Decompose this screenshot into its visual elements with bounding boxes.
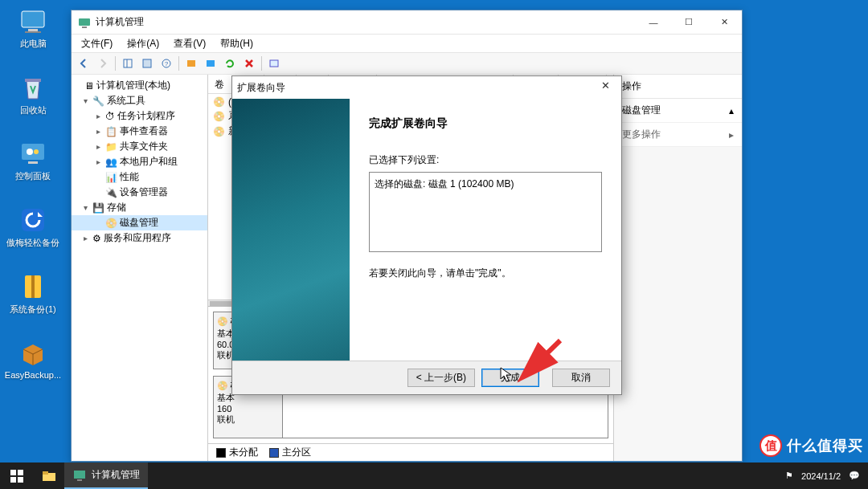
svg-rect-26: [18, 477, 23, 483]
svg-rect-16: [143, 59, 151, 67]
forward-button[interactable]: [94, 55, 112, 72]
box-icon: [17, 336, 49, 369]
menu-help[interactable]: 帮助(H): [214, 35, 260, 52]
svg-rect-20: [207, 60, 215, 67]
toolbar-icon[interactable]: [182, 55, 200, 72]
taskbar-tray[interactable]: ⚑ 2024/11/2 💬: [777, 471, 868, 481]
svg-rect-23: [10, 470, 16, 475]
tray-flag-icon[interactable]: ⚑: [785, 471, 793, 481]
tree-systools[interactable]: ▾🔧 系统工具: [72, 93, 207, 108]
svg-point-5: [27, 149, 33, 155]
svg-rect-30: [77, 479, 82, 481]
window-titlebar[interactable]: 计算机管理 — ☐ ✕: [72, 10, 742, 35]
svg-rect-29: [74, 471, 85, 479]
menu-action[interactable]: 操作(A): [121, 35, 166, 52]
svg-rect-25: [10, 477, 16, 483]
desktop-icon-easybackup[interactable]: EasyBackup...: [5, 336, 61, 381]
cp-icon: [17, 137, 49, 169]
refresh-button[interactable]: [221, 55, 239, 72]
desktop-icon-label: 此电脑: [20, 39, 47, 49]
desktop-icon-label: 回收站: [20, 105, 47, 116]
toolbar-icon[interactable]: [138, 55, 156, 72]
actions-pane: 操作 磁盘管理▴ 更多操作▸: [613, 75, 742, 461]
chevron-right-icon: ▸: [729, 129, 734, 141]
tree-item[interactable]: ▸⏱ 任务计划程序: [72, 108, 207, 124]
desktop-icon-system-backup[interactable]: 系统备份(1): [10, 271, 55, 315]
svg-rect-0: [22, 11, 44, 27]
taskbar-date: 2024/11/2: [801, 471, 841, 481]
tree-services[interactable]: ▸⚙ 服务和应用程序: [72, 230, 207, 246]
wizard-cancel-button[interactable]: 取消: [552, 369, 610, 387]
desktop-icon-this-pc[interactable]: 此电脑: [17, 5, 49, 49]
close-button[interactable]: ✕: [706, 10, 742, 34]
taskbar-file-explorer[interactable]: [34, 463, 64, 489]
taskbar-computer-management[interactable]: 计算机管理: [64, 463, 148, 489]
maximize-button[interactable]: ☐: [671, 10, 706, 34]
desktop-icon-label: 控制面板: [15, 171, 51, 181]
wizard-close-hint: 若要关闭此向导，请单击"完成"。: [369, 267, 602, 280]
legend-swatch-unallocated: [216, 448, 226, 458]
watermark: 值 什么值得买: [760, 434, 863, 457]
window-controls: — ☐ ✕: [636, 10, 742, 34]
desktop-icon-recycle-bin[interactable]: 回收站: [17, 71, 49, 116]
bin-icon: [17, 71, 49, 104]
wizard-settings-box[interactable]: 选择的磁盘: 磁盘 1 (102400 MB): [369, 172, 602, 252]
tree-item[interactable]: 🔌 设备管理器: [72, 185, 207, 200]
menu-bar: 文件(F) 操作(A) 查看(V) 帮助(H): [72, 35, 742, 52]
tree-item[interactable]: ▸📋 事件查看器: [72, 124, 207, 139]
svg-rect-13: [82, 26, 87, 28]
svg-rect-12: [79, 18, 90, 26]
svg-rect-14: [124, 59, 132, 67]
start-button[interactable]: [0, 463, 34, 489]
back-button[interactable]: [75, 55, 92, 72]
chevron-up-icon: ▴: [729, 105, 734, 116]
wizard-sidebar-graphic: [232, 99, 350, 361]
wizard-button-row: < 上一步(B) 完成 取消: [232, 361, 621, 394]
svg-text:?: ?: [165, 60, 169, 67]
tree-storage[interactable]: ▾💾 存储: [72, 200, 207, 215]
toolbar-icon[interactable]: [119, 55, 137, 72]
toolbar-icon[interactable]: [202, 55, 219, 72]
delete-button[interactable]: [240, 55, 258, 72]
svg-rect-24: [18, 470, 23, 475]
desktop-icon-control-panel[interactable]: 控制面板: [15, 137, 51, 181]
window-title: 计算机管理: [96, 15, 636, 29]
desktop-icon-label: EasyBackup...: [5, 370, 61, 381]
svg-rect-8: [22, 209, 44, 231]
wizard-titlebar[interactable]: 扩展卷向导 ✕: [232, 76, 621, 99]
taskbar[interactable]: 计算机管理 ⚑ 2024/11/2 💬: [0, 463, 868, 489]
wizard-close-button[interactable]: ✕: [594, 79, 616, 96]
desktop-icon-label: 系统备份(1): [10, 304, 55, 315]
tray-notification-icon[interactable]: 💬: [849, 471, 860, 481]
svg-rect-7: [28, 161, 38, 164]
svg-rect-21: [270, 60, 278, 67]
wizard-finish-button[interactable]: 完成: [481, 369, 539, 387]
tree-item[interactable]: ▸👥 本地用户和组: [72, 154, 207, 169]
svg-rect-3: [25, 79, 41, 82]
wizard-settings-line: 选择的磁盘: 磁盘 1 (102400 MB): [375, 177, 596, 191]
desktop-icon-aomei-backup[interactable]: 傲梅轻松备份: [6, 204, 59, 248]
actions-item-more[interactable]: 更多操作▸: [614, 123, 742, 147]
wizard-heading: 完成扩展卷向导: [369, 116, 602, 131]
tree-root[interactable]: 🖥 计算机管理(本地): [72, 78, 207, 93]
pc-icon: [17, 5, 49, 37]
svg-point-6: [34, 149, 39, 154]
wizard-back-button[interactable]: < 上一步(B): [407, 369, 475, 387]
toolbar-icon[interactable]: [265, 55, 283, 72]
zip-icon: [17, 271, 49, 303]
svg-rect-28: [43, 471, 48, 475]
legend: 未分配 主分区: [208, 443, 613, 461]
minimize-button[interactable]: —: [636, 10, 671, 34]
svg-rect-1: [28, 29, 38, 31]
actions-header: 操作: [614, 75, 742, 99]
toolbar: ?: [72, 52, 742, 75]
tree-item[interactable]: 📊 性能: [72, 169, 207, 185]
navigation-tree[interactable]: 🖥 计算机管理(本地) ▾🔧 系统工具 ▸⏱ 任务计划程序 ▸📋 事件查看器 ▸…: [72, 75, 208, 461]
toolbar-icon[interactable]: ?: [158, 55, 175, 72]
tree-item[interactable]: ▸📁 共享文件夹: [72, 139, 207, 154]
menu-file[interactable]: 文件(F): [75, 35, 119, 52]
menu-view[interactable]: 查看(V): [167, 35, 212, 52]
actions-item-disk-management[interactable]: 磁盘管理▴: [614, 99, 742, 123]
wizard-settings-label: 已选择下列设置:: [369, 153, 602, 167]
tree-disk-management[interactable]: 📀 磁盘管理: [72, 215, 207, 230]
